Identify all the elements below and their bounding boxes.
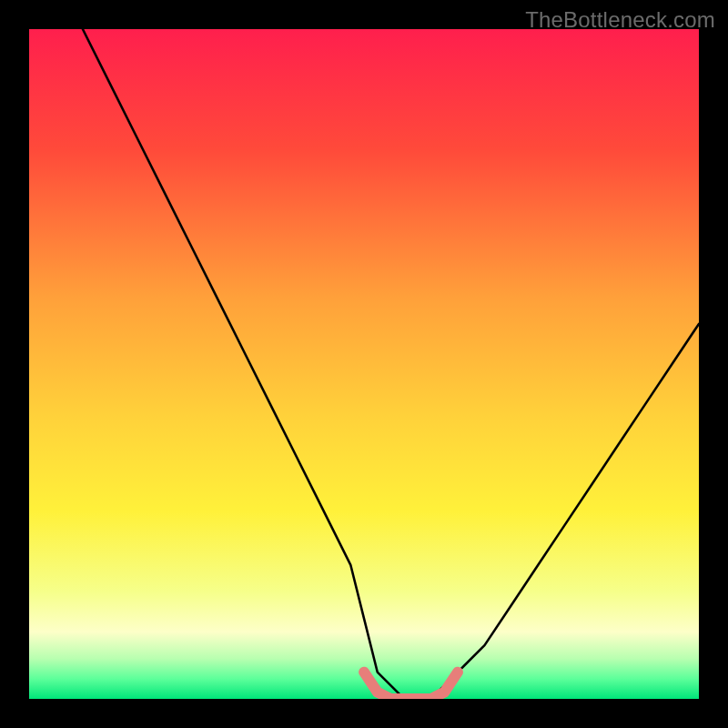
chart-frame: TheBottleneck.com — [0, 0, 728, 728]
watermark-label: TheBottleneck.com — [525, 7, 715, 33]
chart-background — [29, 29, 699, 699]
bottleneck-chart — [29, 29, 699, 699]
